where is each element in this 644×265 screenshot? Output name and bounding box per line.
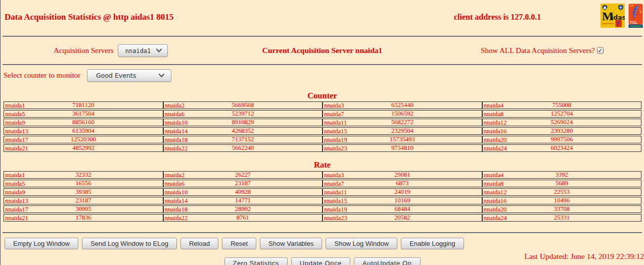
rate-cell-nnaida18: nnaida1828992 — [163, 205, 323, 213]
channel-value: 5669568 — [164, 102, 323, 109]
show-all-checkbox[interactable]: ✓ — [597, 47, 604, 54]
channel-value: 7181120 — [4, 102, 163, 109]
counter-table: nnaida17181120nnaida25669568nnaida365254… — [4, 100, 641, 153]
counter-cell-nnaida19: nnaida1915735493 — [323, 136, 482, 143]
channel-value: 3392 — [483, 172, 641, 178]
channel-name: nnaida5 — [5, 180, 25, 187]
reload-button[interactable]: Reload — [180, 238, 218, 249]
table-row: nnaida132332nnaida226227nnaida329081nnai… — [4, 171, 641, 179]
channel-name: nnaida22 — [165, 144, 188, 152]
channel-name: nnaida14 — [165, 197, 188, 204]
zero-statistics-button[interactable]: Zero Statistics — [224, 257, 288, 265]
chevron-down-icon — [156, 48, 162, 53]
channel-name: nnaida19 — [324, 205, 347, 213]
rate-cell-nnaida22: nnaida228761 — [163, 214, 323, 222]
table-row: nnaida516556nnaida623187nnaida76873nnaid… — [4, 180, 641, 187]
counter-select-row: Select counter to monitor Good Events — [1, 65, 644, 85]
rate-cell-nnaida17: nnaida1730995 — [4, 205, 163, 213]
channel-name: nnaida20 — [484, 136, 507, 143]
channel-value: 39385 — [4, 189, 163, 195]
midas-powered-by-text: powered by — [603, 22, 615, 25]
counter-cell-nnaida21: nnaida214852992 — [4, 144, 163, 152]
empty-log-window-button[interactable]: Empty Log Window — [5, 238, 78, 249]
channel-name: nnaida22 — [165, 214, 188, 222]
rate-cell-nnaida11: nnaida1124019 — [323, 188, 482, 196]
autoupdate-on-button[interactable]: AutoUpdate On — [354, 257, 420, 265]
rate-cell-nnaida16: nnaida1610496 — [482, 197, 642, 204]
channel-name: nnaida16 — [484, 197, 507, 204]
channel-name: nnaida18 — [165, 205, 188, 213]
table-row: nnaida2117836nnaida228761nnaida2320582nn… — [4, 214, 641, 222]
channel-value: 6525440 — [323, 102, 482, 109]
counter-cell-nnaida10: nnaida108910829 — [163, 119, 323, 126]
channel-name: nnaida24 — [484, 214, 507, 222]
rate-cell-nnaida21: nnaida2117836 — [4, 214, 163, 222]
enable-logging-button[interactable]: Enable Logging — [401, 238, 464, 249]
channel-name: nnaida24 — [484, 144, 507, 152]
acquisition-servers-label: Acquisition Servers — [54, 46, 114, 55]
counter-cell-nnaida16: nnaida162393280 — [482, 127, 642, 135]
counter-select-value: Good Events — [96, 72, 136, 79]
midas-logo-icon: M idas powered by — [601, 4, 625, 28]
counter-cell-nnaida18: nnaida187137152 — [163, 136, 323, 143]
channel-name: nnaida14 — [165, 127, 188, 135]
channel-name: nnaida7 — [324, 180, 344, 187]
show-log-window-button[interactable]: Show Log Window — [326, 238, 397, 249]
update-once-button[interactable]: Update Once — [291, 257, 350, 265]
channel-name: nnaida2 — [165, 101, 185, 109]
channel-name: nnaida9 — [5, 119, 25, 126]
rate-cell-nnaida15: nnaida1510169 — [323, 197, 482, 204]
rate-cell-nnaida23: nnaida2320582 — [323, 214, 482, 222]
channel-value: 16556 — [4, 180, 163, 187]
channel-value: 1506592 — [323, 111, 482, 117]
channel-name: nnaida3 — [324, 171, 344, 179]
channel-name: nnaida3 — [324, 101, 344, 109]
rate-cell-nnaida1: nnaida132332 — [4, 171, 163, 179]
current-server-text: Current Acquisition Server nnaida1 — [262, 46, 383, 55]
rate-cell-nnaida3: nnaida329081 — [323, 171, 482, 179]
channel-name: nnaida9 — [5, 188, 25, 196]
channel-value: 1252704 — [483, 111, 641, 117]
last-updated-text: Last Updated: June 14, 2019 22:39:12 — [524, 252, 644, 261]
counter-cell-nnaida22: nnaida225662240 — [163, 144, 323, 152]
counter-select[interactable]: Good Events — [87, 69, 171, 82]
channel-name: nnaida8 — [484, 110, 504, 118]
channel-name: nnaida19 — [324, 136, 347, 143]
show-variables-button[interactable]: Show Variables — [260, 238, 322, 249]
channel-name: nnaida1 — [5, 101, 25, 109]
send-log-window-to-elog-button[interactable]: Send Log Window to ELog — [82, 238, 177, 249]
rate-cell-nnaida5: nnaida516556 — [4, 180, 163, 187]
channel-value: 29081 — [323, 172, 482, 178]
logo-group: M idas powered by TCL POWERED — [601, 4, 643, 28]
channel-name: nnaida23 — [324, 214, 347, 222]
rate-cell-nnaida14: nnaida1414771 — [163, 197, 323, 204]
channel-name: nnaida1 — [5, 171, 25, 179]
rate-heading: Rate — [1, 160, 644, 170]
counter-cell-nnaida5: nnaida53617504 — [4, 110, 163, 118]
rate-cell-nnaida7: nnaida76873 — [323, 180, 482, 187]
channel-value: 8856160 — [4, 119, 163, 126]
channel-value: 3617504 — [4, 111, 163, 117]
channel-value: 6873 — [323, 180, 482, 187]
channel-value: 5239712 — [164, 111, 323, 117]
show-all-servers-label: Show ALL Data Acquisition Servers? — [481, 46, 595, 55]
chevron-down-icon — [158, 73, 165, 78]
counter-cell-nnaida2: nnaida25669568 — [163, 101, 323, 109]
counter-cell-nnaida6: nnaida65239712 — [163, 110, 323, 118]
channel-name: nnaida17 — [5, 136, 28, 143]
acquisition-server-select[interactable]: nnaida1 — [118, 44, 168, 57]
rate-cell-nnaida19: nnaida1968484 — [323, 205, 482, 213]
channel-name: nnaida11 — [324, 188, 347, 196]
page-title: Data Acquisition Statistics @ http aidas… — [5, 12, 173, 22]
tcl-powered-text: POWERED — [630, 25, 642, 28]
channel-name: nnaida23 — [324, 144, 347, 152]
channel-name: nnaida4 — [484, 171, 504, 179]
channel-name: nnaida16 — [484, 127, 507, 135]
rate-cell-nnaida9: nnaida939385 — [4, 188, 163, 196]
tcl-powered-logo-icon: TCL POWERED — [628, 4, 643, 28]
channel-value: 5689 — [483, 180, 641, 187]
reset-button[interactable]: Reset — [222, 238, 256, 249]
midas-tcl-mini-badge-icon — [616, 20, 622, 27]
rate-table: nnaida132332nnaida226227nnaida329081nnai… — [4, 170, 641, 223]
channel-value: 26227 — [164, 172, 323, 178]
